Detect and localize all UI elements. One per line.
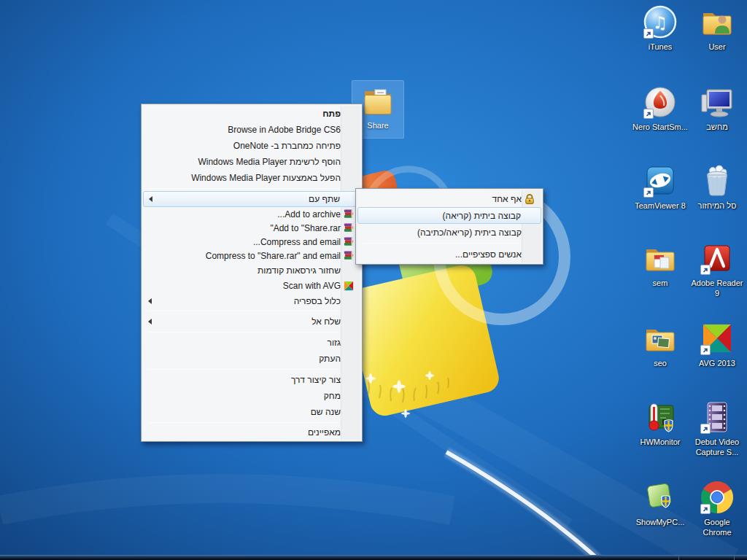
menu-item-restore-versions[interactable]: שחזור גירסאות קודמות <box>143 262 360 278</box>
svg-text:♫: ♫ <box>653 13 668 32</box>
icon-label: AVG 2013 <box>699 358 735 368</box>
shortcut-arrow-icon <box>700 424 711 434</box>
menu-item-delete[interactable]: מחק <box>143 388 360 404</box>
menu-item-browse-bridge[interactable]: Browse in Adobe Bridge CS6 <box>143 122 360 138</box>
icon-label: iTunes <box>649 42 673 52</box>
icon-label: ShowMyPC... <box>636 517 685 527</box>
icon-label: סל המיחזור <box>698 201 737 211</box>
recycle-bin-icon <box>700 163 735 198</box>
desktop-icon-teamviewer[interactable]: TeamViewer 8 <box>632 163 689 211</box>
icon-label: sem <box>653 278 668 288</box>
menu-separator <box>148 188 338 189</box>
taskbar-divider <box>734 556 735 560</box>
menu-item-send-to[interactable]: שלח אל <box>143 314 360 330</box>
icon-label: Share <box>367 120 388 131</box>
submenu-arrow-icon <box>149 196 152 202</box>
winrar-icon <box>341 222 357 233</box>
share-with-submenu: אף אחד קבוצה ביתית (קריאה) קבוצה ביתית (… <box>355 188 543 265</box>
desktop-icon-computer[interactable]: מחשב <box>689 85 746 132</box>
adobe-reader-icon <box>700 241 735 276</box>
avg-menu-icon <box>341 281 357 291</box>
icon-label: Google Chrome <box>689 517 745 537</box>
taskbar[interactable] <box>0 555 747 560</box>
shortcut-arrow-icon <box>643 109 654 119</box>
submenu-arrow-icon <box>148 319 152 324</box>
menu-separator <box>148 369 338 370</box>
hwmonitor-icon <box>643 400 678 435</box>
menu-item-add-archive[interactable]: Add to archive... <box>143 207 360 221</box>
menu-item-cut[interactable]: גזור <box>143 335 360 351</box>
menu-item-compress-email[interactable]: Compress and email... <box>143 235 360 249</box>
nero-icon <box>643 85 678 120</box>
menu-item-scan-avg[interactable]: Scan with AVG <box>143 278 360 293</box>
menu-item-rename[interactable]: שנה שם <box>143 404 360 420</box>
computer-icon <box>700 85 735 120</box>
submenu-item-specific-people[interactable]: אנשים ספציפיים... <box>357 246 541 262</box>
icon-label: HWMonitor <box>640 437 680 447</box>
icon-label: מחשב <box>706 122 727 132</box>
padlock-icon <box>522 193 538 205</box>
icon-label: User <box>708 42 725 52</box>
debut-filmstrip-icon <box>700 400 735 435</box>
chrome-icon <box>700 480 735 515</box>
icon-label: seo <box>654 358 667 368</box>
winrar-icon <box>341 250 357 261</box>
shortcut-arrow-icon <box>700 504 711 514</box>
menu-item-wmp-add[interactable]: הוסף לרשימת Windows Media Player <box>143 154 360 170</box>
icon-label: Adobe Reader 9 <box>689 278 745 298</box>
desktop-icon-avg[interactable]: AVG 2013 <box>689 321 746 368</box>
menu-item-open[interactable]: פתח <box>143 106 360 122</box>
avg-icon <box>700 321 735 356</box>
winrar-icon <box>341 209 357 219</box>
submenu-arrow-icon <box>148 298 152 304</box>
menu-separator <box>148 311 338 311</box>
menu-item-properties[interactable]: מאפיינים <box>143 425 360 440</box>
context-menu: פתח Browse in Adobe Bridge CS6 פתיחה כמח… <box>141 104 363 442</box>
shortcut-arrow-icon <box>700 345 711 355</box>
submenu-item-homegroup-read[interactable]: קבוצה ביתית (קריאה) <box>357 207 541 224</box>
menu-item-compress-share-rar-email[interactable]: Compress to "Share.rar" and email <box>143 249 360 262</box>
sem-folder-icon <box>643 241 678 276</box>
submenu-item-nobody[interactable]: אף אחד <box>357 190 541 207</box>
menu-separator <box>148 332 338 332</box>
desktop-icon-seo[interactable]: seo <box>632 321 689 368</box>
desktop-icon-hwmonitor[interactable]: HWMonitor <box>632 400 689 447</box>
showmypc-icon <box>643 480 678 515</box>
desktop-icon-itunes[interactable]: ♫ iTunes <box>632 4 689 52</box>
icon-label: Debut Video Capture S... <box>689 437 745 457</box>
menu-item-copy[interactable]: העתק <box>143 351 360 367</box>
menu-item-wmp-play[interactable]: הפעל באמצעות Windows Media Player <box>143 170 360 186</box>
menu-item-onenote[interactable]: פתיחה כמחברת ב- OneNote <box>143 138 360 154</box>
menu-item-share-with[interactable]: שתף עם <box>143 191 360 207</box>
desktop-icon-debut[interactable]: Debut Video Capture S... <box>689 400 746 457</box>
desktop-icon-chrome[interactable]: Google Chrome <box>689 480 746 537</box>
user-folder-icon <box>700 4 735 39</box>
teamviewer-icon <box>643 163 678 198</box>
seo-folder-icon <box>643 321 678 356</box>
menu-separator <box>148 422 338 423</box>
desktop-icon-sem[interactable]: sem <box>632 241 689 288</box>
desktop-icon-recycle-bin[interactable]: סל המיחזור <box>689 163 746 211</box>
icon-label: TeamViewer 8 <box>635 201 686 211</box>
desktop-icon-adobe-reader[interactable]: Adobe Reader 9 <box>689 241 746 298</box>
menu-separator <box>363 243 519 244</box>
itunes-icon: ♫ <box>643 4 678 39</box>
winrar-icon <box>341 236 357 247</box>
shortcut-arrow-icon <box>643 187 654 198</box>
menu-item-include-library[interactable]: כלול בספריה <box>143 293 360 308</box>
icon-label: Nero StartSm... <box>632 122 688 132</box>
share-folder-icon <box>360 83 395 118</box>
shortcut-arrow-icon <box>643 28 654 39</box>
shortcut-arrow-icon <box>700 265 711 275</box>
menu-item-create-shortcut[interactable]: צור קיצור דרך <box>143 372 360 388</box>
desktop-icon-user[interactable]: User <box>689 4 746 52</box>
desktop-icon-nero[interactable]: Nero StartSm... <box>632 85 689 132</box>
menu-item-add-share-rar[interactable]: Add to "Share.rar" <box>143 221 360 235</box>
submenu-item-homegroup-read-write[interactable]: קבוצה ביתית (קריאה/כתיבה) <box>357 224 541 241</box>
desktop-icon-showmypc[interactable]: ShowMyPC... <box>632 480 689 527</box>
taskbar-divider <box>678 556 679 560</box>
